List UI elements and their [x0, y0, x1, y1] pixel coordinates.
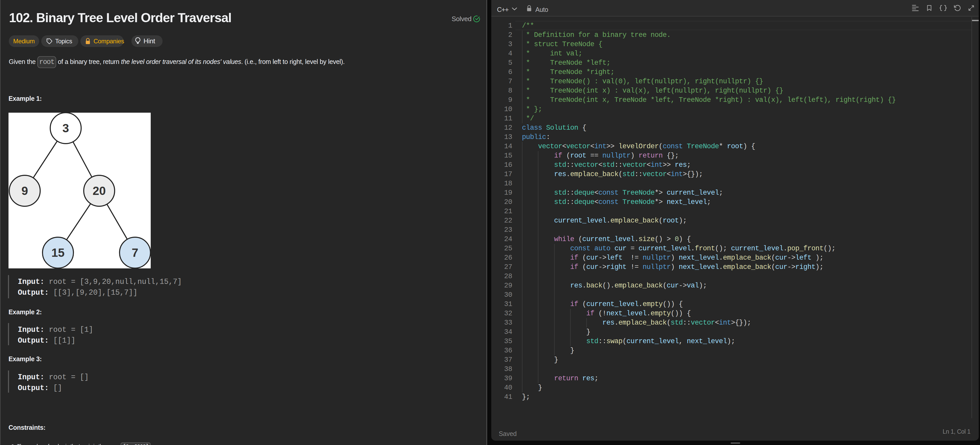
svg-text:20: 20: [92, 184, 106, 198]
svg-text:15: 15: [51, 246, 64, 259]
svg-text:7: 7: [132, 246, 138, 259]
svg-text:3: 3: [62, 121, 69, 135]
svg-text:9: 9: [21, 184, 28, 198]
